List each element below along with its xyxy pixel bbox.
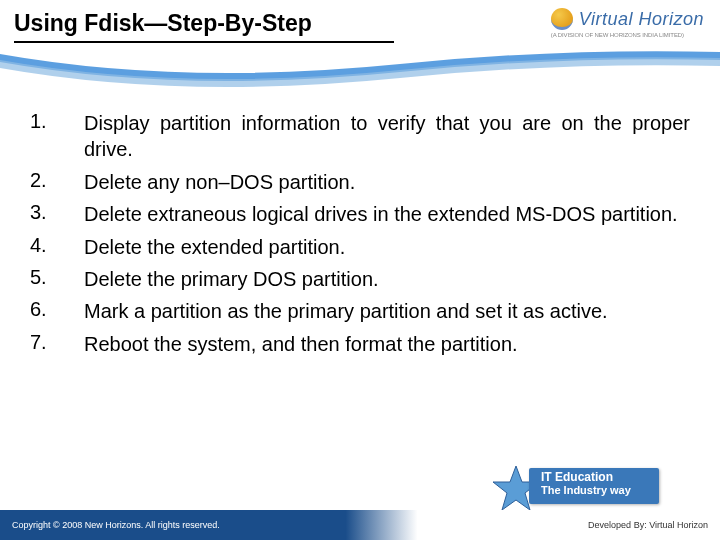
step-number: 7.	[30, 331, 84, 354]
list-item: 1. Display partition information to veri…	[30, 110, 690, 163]
step-number: 3.	[30, 201, 84, 224]
step-text: Delete any non–DOS partition.	[84, 169, 690, 195]
step-text: Delete the extended partition.	[84, 234, 690, 260]
badge-line1: IT Education	[541, 471, 651, 484]
badge-line2: The Industry way	[541, 484, 651, 496]
badge-box: IT Education The Industry way	[529, 468, 659, 504]
step-text: Mark a partition as the primary partitio…	[84, 298, 690, 324]
step-number: 5.	[30, 266, 84, 289]
globe-sun-icon	[551, 8, 573, 30]
copyright-text: Copyright © 2008 New Horizons. All right…	[12, 520, 220, 530]
developed-by-text: Developed By: Virtual Horizon	[588, 520, 708, 530]
header-swoosh	[0, 46, 720, 90]
list-item: 6. Mark a partition as the primary parti…	[30, 298, 690, 324]
step-text: Display partition information to verify …	[84, 110, 690, 163]
slide-header: Using Fdisk—Step-By-Step Virtual Horizon…	[0, 0, 720, 78]
step-number: 6.	[30, 298, 84, 321]
list-item: 3. Delete extraneous logical drives in t…	[30, 201, 690, 227]
step-number: 1.	[30, 110, 84, 133]
step-text: Delete the primary DOS partition.	[84, 266, 690, 292]
list-item: 2. Delete any non–DOS partition.	[30, 169, 690, 195]
brand-name: Virtual Horizon	[579, 10, 704, 28]
slide-title: Using Fdisk—Step-By-Step	[14, 10, 394, 43]
step-text: Reboot the system, and then format the p…	[84, 331, 690, 357]
slide-footer: Copyright © 2008 New Horizons. All right…	[0, 510, 720, 540]
list-item: 4. Delete the extended partition.	[30, 234, 690, 260]
step-list: 1. Display partition information to veri…	[30, 110, 690, 363]
list-item: 5. Delete the primary DOS partition.	[30, 266, 690, 292]
footer-badge: IT Education The Industry way	[505, 462, 660, 516]
step-text: Delete extraneous logical drives in the …	[84, 201, 690, 227]
list-item: 7. Reboot the system, and then format th…	[30, 331, 690, 357]
brand-block: Virtual Horizon (A DIVISION OF NEW HORIZ…	[551, 8, 704, 38]
step-number: 2.	[30, 169, 84, 192]
brand-subtitle: (A DIVISION OF NEW HORIZONS INDIA LIMITE…	[551, 32, 704, 38]
step-number: 4.	[30, 234, 84, 257]
